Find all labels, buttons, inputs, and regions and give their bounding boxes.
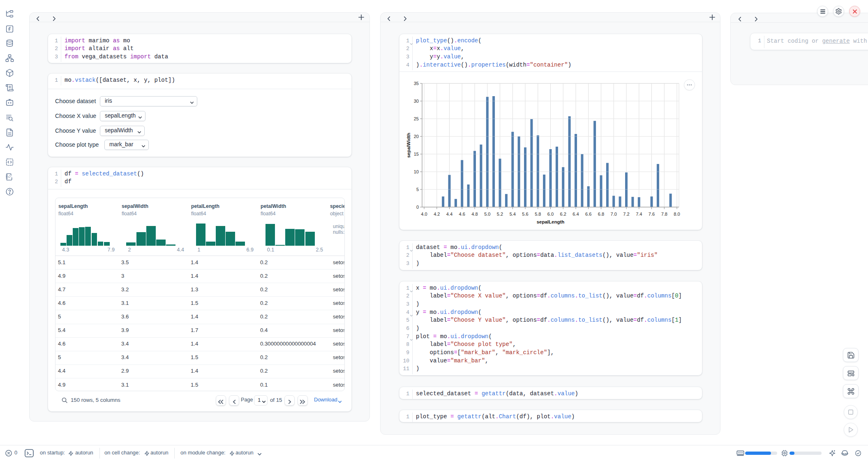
svg-text:6.0: 6.0 (547, 212, 554, 217)
svg-text:7.0: 7.0 (611, 212, 617, 217)
svg-text:15: 15 (414, 152, 419, 157)
svg-text:5: 5 (416, 187, 419, 192)
svg-text:5.0: 5.0 (484, 212, 490, 217)
svg-text:4.6: 4.6 (459, 212, 465, 217)
svg-text:0: 0 (416, 205, 419, 210)
svg-text:35: 35 (414, 81, 419, 86)
svg-text:5.6: 5.6 (522, 212, 528, 217)
svg-text:sepalWidth: sepalWidth (406, 133, 411, 158)
svg-text:6.2: 6.2 (560, 212, 566, 217)
svg-text:6.6: 6.6 (585, 212, 591, 217)
svg-text:30: 30 (414, 99, 419, 104)
svg-text:10: 10 (414, 169, 419, 174)
svg-text:7.4: 7.4 (636, 212, 642, 217)
svg-text:7.6: 7.6 (649, 212, 655, 217)
svg-text:4.4: 4.4 (446, 212, 452, 217)
svg-text:4.8: 4.8 (471, 212, 478, 217)
svg-text:7.2: 7.2 (623, 212, 629, 217)
svg-text:4.0: 4.0 (421, 212, 427, 217)
svg-text:5.2: 5.2 (497, 212, 503, 217)
svg-text:sepalLength: sepalLength (537, 219, 565, 224)
svg-text:7.8: 7.8 (661, 212, 667, 217)
svg-text:5.4: 5.4 (510, 212, 516, 217)
svg-text:6.8: 6.8 (598, 212, 604, 217)
svg-text:8.0: 8.0 (674, 212, 680, 217)
svg-text:6.4: 6.4 (573, 212, 579, 217)
svg-text:5.8: 5.8 (535, 212, 541, 217)
svg-text:20: 20 (414, 134, 419, 139)
svg-text:25: 25 (414, 116, 419, 121)
svg-text:4.2: 4.2 (434, 212, 440, 217)
